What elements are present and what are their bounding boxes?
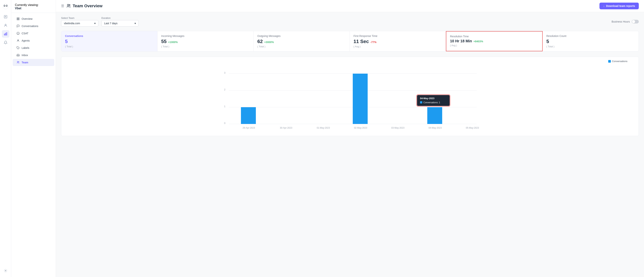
svg-point-24 bbox=[18, 62, 19, 62]
sidebar-item-label: Agents bbox=[22, 39, 30, 42]
business-hours-label: Business Hours bbox=[612, 20, 630, 23]
sidebar-item-label: Team bbox=[22, 61, 28, 64]
svg-text:04-May-2023: 04-May-2023 bbox=[420, 97, 434, 100]
sidebar-item-overview[interactable]: Overview bbox=[13, 15, 54, 22]
svg-rect-42 bbox=[417, 95, 450, 106]
metric-first-response[interactable]: First Response Time 11 Sec -77% ( Avg ) bbox=[350, 31, 446, 51]
svg-text:02-May-2023: 02-May-2023 bbox=[354, 126, 367, 129]
metric-value: 5 bbox=[65, 38, 154, 44]
metric-title: Outgoing Messages bbox=[257, 34, 346, 38]
svg-point-26 bbox=[69, 4, 70, 6]
business-hours-toggle[interactable] bbox=[632, 20, 639, 24]
sidebar-item-team[interactable]: Team bbox=[13, 59, 54, 66]
metric-title: Resolution Time bbox=[450, 35, 538, 38]
conversations-icon bbox=[16, 24, 20, 28]
svg-point-9 bbox=[5, 24, 6, 25]
rail-contacts-icon[interactable] bbox=[2, 22, 9, 29]
metric-title: Resolution Count bbox=[546, 34, 635, 38]
metric-value: 5 bbox=[546, 38, 635, 44]
svg-rect-44 bbox=[420, 101, 422, 104]
metric-value: 11 Sec -77% bbox=[354, 38, 442, 44]
chart-container: Conversations 0 1 2 3 29-Apr-2023 30-Apr… bbox=[61, 57, 639, 136]
workspace-name: Vbet bbox=[15, 7, 52, 10]
svg-text:30-Apr-2023: 30-Apr-2023 bbox=[280, 126, 292, 129]
metric-conversations[interactable]: Conversations 5 ( Total ) bbox=[61, 31, 158, 51]
svg-rect-12 bbox=[6, 32, 7, 35]
toggle-knob bbox=[632, 20, 635, 23]
duration-filter-group: Duration Last 7 days ▾ bbox=[101, 16, 139, 26]
bar-chart: 0 1 2 3 29-Apr-2023 30-Apr-2023 01-May-2… bbox=[65, 60, 635, 132]
topbar: ☰ Team Overview ↓ Download team reports bbox=[56, 0, 644, 12]
rail-settings-icon[interactable] bbox=[2, 267, 9, 274]
rail-notifications-icon[interactable] bbox=[2, 39, 9, 46]
svg-point-25 bbox=[67, 4, 69, 6]
workspace-label: Currently viewing: bbox=[15, 3, 52, 7]
metric-change: +1000% bbox=[168, 41, 178, 44]
sidebar-item-inbox[interactable]: Inbox bbox=[13, 52, 54, 59]
svg-rect-14 bbox=[17, 18, 18, 19]
metric-title: First Response Time bbox=[354, 34, 442, 38]
rail-reports-icon[interactable] bbox=[2, 13, 9, 20]
metric-change: +8403% bbox=[474, 40, 483, 43]
metric-resolution-count[interactable]: Resolution Count 5 ( Total ) bbox=[543, 31, 638, 51]
team-filter-group: Select Team vbetindia.com ▾ bbox=[61, 16, 98, 26]
chart-tooltip: 04-May-2023 Conversations: 1 bbox=[417, 95, 450, 106]
sidebar-item-csat[interactable]: CSAT bbox=[13, 30, 54, 37]
bar-5[interactable] bbox=[427, 107, 442, 124]
svg-text:04-May-2023: 04-May-2023 bbox=[428, 126, 442, 129]
svg-point-0 bbox=[3, 4, 8, 9]
svg-point-21 bbox=[18, 40, 18, 41]
metric-incoming[interactable]: Incoming Messages 55 +1000% ( Total ) bbox=[158, 31, 254, 51]
metric-value: 10 Hr 18 Min +8403% bbox=[450, 39, 538, 43]
metric-change: +3000% bbox=[264, 41, 274, 44]
svg-point-13 bbox=[5, 270, 6, 271]
chevron-down-icon: ▾ bbox=[94, 22, 96, 25]
chart-legend: Conversations bbox=[608, 60, 628, 63]
svg-point-23 bbox=[17, 61, 18, 62]
metric-sub: ( Avg ) bbox=[354, 45, 442, 48]
legend-label: Conversations bbox=[612, 60, 628, 63]
sidebar-item-label: Overview bbox=[22, 17, 32, 20]
metric-title: Conversations bbox=[65, 34, 154, 38]
sidebar-item-conversations[interactable]: Conversations bbox=[13, 22, 54, 30]
svg-text:2: 2 bbox=[224, 88, 225, 91]
svg-point-3 bbox=[4, 5, 5, 6]
bar-0[interactable] bbox=[241, 107, 256, 124]
metric-sub: ( Total ) bbox=[161, 45, 250, 48]
download-button[interactable]: ↓ Download team reports bbox=[600, 2, 639, 9]
business-hours-toggle-group: Business Hours bbox=[612, 20, 639, 24]
metric-value: 62 +3000% bbox=[257, 38, 346, 44]
metric-change: -77% bbox=[370, 41, 376, 44]
page-title: Team Overview bbox=[66, 4, 102, 8]
sidebar-item-labels[interactable]: Labels bbox=[13, 44, 54, 52]
metric-resolution-time[interactable]: Resolution Time 10 Hr 18 Min +8403% ( Av… bbox=[446, 31, 543, 51]
inbox-icon bbox=[16, 54, 20, 57]
svg-text:0: 0 bbox=[224, 122, 225, 124]
download-icon: ↓ bbox=[603, 4, 604, 8]
agents-icon bbox=[16, 39, 20, 42]
filters-row: Select Team vbetindia.com ▾ Duration Las… bbox=[61, 16, 639, 26]
sidebar-item-label: Inbox bbox=[22, 54, 28, 57]
sidebar-item-label: Labels bbox=[22, 46, 29, 50]
svg-rect-15 bbox=[18, 18, 19, 19]
duration-select[interactable]: Last 7 days ▾ bbox=[101, 20, 139, 26]
team-filter-label: Select Team bbox=[61, 16, 98, 20]
svg-text:01-May-2023: 01-May-2023 bbox=[317, 126, 330, 129]
svg-rect-11 bbox=[5, 33, 6, 35]
metric-sub: ( Total ) bbox=[546, 45, 635, 48]
metric-value: 55 +1000% bbox=[161, 38, 250, 44]
bar-3[interactable] bbox=[353, 74, 368, 124]
sidebar-nav: Overview Conversations CSAT Agents Label… bbox=[11, 13, 56, 277]
svg-text:3: 3 bbox=[224, 72, 225, 74]
chevron-down-icon: ▾ bbox=[134, 22, 136, 25]
sidebar-item-label: Conversations bbox=[22, 24, 38, 28]
csat-icon bbox=[16, 32, 20, 35]
metric-sub: ( Total ) bbox=[65, 45, 154, 48]
rail-analytics-icon[interactable] bbox=[2, 30, 9, 38]
team-select[interactable]: vbetindia.com ▾ bbox=[61, 20, 98, 26]
menu-icon[interactable]: ☰ bbox=[61, 4, 64, 8]
metric-outgoing[interactable]: Outgoing Messages 62 +3000% ( Total ) bbox=[254, 31, 350, 51]
overview-icon bbox=[16, 17, 20, 20]
sidebar-item-agents[interactable]: Agents bbox=[13, 37, 54, 44]
legend-dot bbox=[608, 60, 611, 63]
